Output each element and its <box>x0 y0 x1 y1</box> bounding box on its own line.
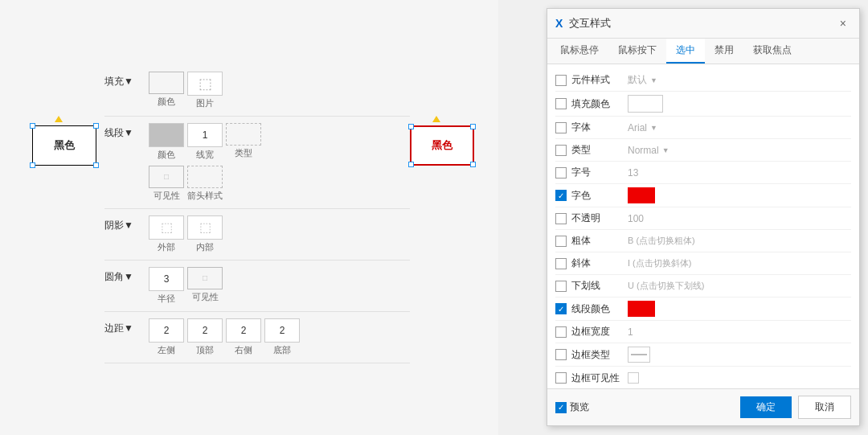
tab-hover[interactable]: 鼠标悬停 <box>551 39 608 64</box>
padding-left-box[interactable]: 2 <box>149 318 184 343</box>
corner-visible-control[interactable]: □ 可见性 <box>187 267 223 303</box>
shadow-inner-control[interactable]: ⬚ 内部 <box>187 215 223 253</box>
value-fill-color <box>628 95 851 113</box>
row-border-visible: 边框可见性 <box>555 367 851 388</box>
row-fill-color: 填充颜色 <box>555 92 851 117</box>
value-font-color <box>628 187 851 203</box>
dialog-footer: ✓ 预览 确定 取消 <box>547 388 859 425</box>
check-component-style[interactable] <box>555 75 567 86</box>
handle-tr <box>93 123 99 129</box>
font-color-swatch[interactable] <box>628 187 655 203</box>
shape-black[interactable]: 黑色 <box>32 125 96 166</box>
shadow-outer-control[interactable]: ⬚ 外部 <box>149 215 184 253</box>
chevron-type: ▼ <box>662 146 669 154</box>
row-border-type: 边框类型 <box>555 343 851 367</box>
corner-radius-control[interactable]: 3 半径 <box>149 267 184 305</box>
border-type-swatch[interactable] <box>628 347 650 363</box>
shadow-row: 阴影▼ ⬚ 外部 ⬚ 内部 <box>104 209 410 261</box>
stroke-arrow-control[interactable]: 箭头样式 <box>187 166 223 202</box>
padding-controls: 2 左侧 2 顶部 2 右侧 <box>149 318 300 356</box>
tab-disabled[interactable]: 禁用 <box>705 39 743 64</box>
stroke-label: 线段▼ <box>104 123 149 140</box>
stroke-type-control[interactable]: 类型 <box>226 123 261 159</box>
row-font: 字体 Arial ▼ <box>555 117 851 139</box>
label-font: 字体 <box>571 121 628 134</box>
padding-top-control[interactable]: 2 顶部 <box>187 318 223 356</box>
corner-controls: 3 半径 □ 可见性 <box>149 267 223 305</box>
check-border-type[interactable] <box>555 349 567 360</box>
dialog-close-button[interactable]: × <box>835 15 851 31</box>
check-fill-color[interactable] <box>555 98 567 109</box>
check-type[interactable] <box>555 145 567 156</box>
fill-color-control[interactable]: 颜色 <box>149 72 184 108</box>
check-font-color[interactable]: ✓ <box>555 190 567 201</box>
stroke-color-control[interactable]: 颜色 <box>149 123 184 161</box>
check-border-width[interactable] <box>555 326 567 338</box>
corner-radius-box[interactable]: 3 <box>149 267 184 291</box>
value-stroke-color <box>628 301 851 317</box>
yellow-anchor-1 <box>55 116 63 122</box>
handle2-tl <box>408 124 414 129</box>
padding-left-control[interactable]: 2 左侧 <box>149 318 184 356</box>
stroke-color-swatch[interactable] <box>628 301 655 317</box>
border-vis-icon <box>628 372 639 384</box>
check-underline[interactable] <box>555 281 567 292</box>
padding-row: 边距▼ 2 左侧 2 顶部 <box>104 312 410 363</box>
tab-mousedown[interactable]: 鼠标按下 <box>608 39 666 64</box>
dialog-title: 交互样式 <box>569 16 829 31</box>
shadow-outer-box[interactable]: ⬚ <box>149 215 184 240</box>
padding-bottom-control[interactable]: 2 底部 <box>264 318 300 356</box>
padding-top-box[interactable]: 2 <box>187 318 223 343</box>
stroke-row: 线段▼ 颜色 1 线宽 类型 <box>104 117 410 209</box>
value-italic: I (点击切换斜体) <box>628 257 851 269</box>
ok-button[interactable]: 确定 <box>740 396 792 418</box>
padding-right-box[interactable]: 2 <box>226 318 261 343</box>
handle-br <box>93 162 99 168</box>
check-bold[interactable] <box>555 236 567 247</box>
preview-check[interactable]: ✓ <box>555 402 567 413</box>
check-font-size[interactable] <box>555 167 567 179</box>
stroke-width-control[interactable]: 1 线宽 <box>187 123 223 161</box>
stroke-color-box[interactable] <box>149 123 184 147</box>
value-border-visible <box>628 372 851 384</box>
row-border-width: 边框宽度 1 <box>555 321 851 343</box>
canvas-area: 黑色 填充▼ 颜色 ⬚ 图片 <box>16 17 482 419</box>
corner-visible-box[interactable]: □ <box>187 267 223 289</box>
value-component-style: 默认 ▼ <box>628 73 851 87</box>
cancel-button[interactable]: 取消 <box>798 396 851 419</box>
value-bold: B (点击切换粗体) <box>628 235 851 247</box>
value-font-size: 13 <box>628 167 851 179</box>
stroke-width-box[interactable]: 1 <box>187 123 223 147</box>
fill-image-control[interactable]: ⬚ 图片 <box>187 72 223 109</box>
check-italic[interactable] <box>555 258 567 269</box>
check-opacity[interactable] <box>555 213 567 224</box>
chevron-font: ▼ <box>650 124 657 132</box>
value-opacity: 100 <box>628 213 851 224</box>
stroke-type-box[interactable] <box>226 123 261 146</box>
tab-selected[interactable]: 选中 <box>666 39 705 64</box>
padding-bottom-box[interactable]: 2 <box>264 318 300 343</box>
preview-label: 预览 <box>570 400 589 414</box>
check-font[interactable] <box>555 122 567 133</box>
check-border-visible[interactable] <box>555 372 567 384</box>
check-stroke-color[interactable]: ✓ <box>555 303 567 314</box>
stroke-visible-control[interactable]: □ 可见性 <box>149 166 184 202</box>
row-type: 类型 Normal ▼ <box>555 139 851 162</box>
stroke-visible-box[interactable]: □ <box>149 166 184 188</box>
value-font: Arial ▼ <box>628 122 851 133</box>
fill-color-swatch[interactable] <box>628 95 663 113</box>
stroke-arrow-box[interactable] <box>187 166 223 188</box>
fill-image-box[interactable]: ⬚ <box>187 72 223 96</box>
label-fill-color: 填充颜色 <box>571 97 628 111</box>
fill-color-box[interactable] <box>149 72 184 94</box>
row-italic: 斜体 I (点击切换斜体) <box>555 252 851 275</box>
padding-right-control[interactable]: 2 右侧 <box>226 318 261 356</box>
corner-row: 圆角▼ 3 半径 □ 可见性 <box>104 261 410 312</box>
shadow-inner-box[interactable]: ⬚ <box>187 215 223 240</box>
value-border-width: 1 <box>628 326 851 338</box>
row-underline: 下划线 U (点击切换下划线) <box>555 275 851 298</box>
shape-red[interactable]: 黑色 <box>410 125 474 166</box>
fill-label: 填充▼ <box>104 72 149 88</box>
label-underline: 下划线 <box>571 279 628 293</box>
tab-focus[interactable]: 获取焦点 <box>743 39 801 64</box>
